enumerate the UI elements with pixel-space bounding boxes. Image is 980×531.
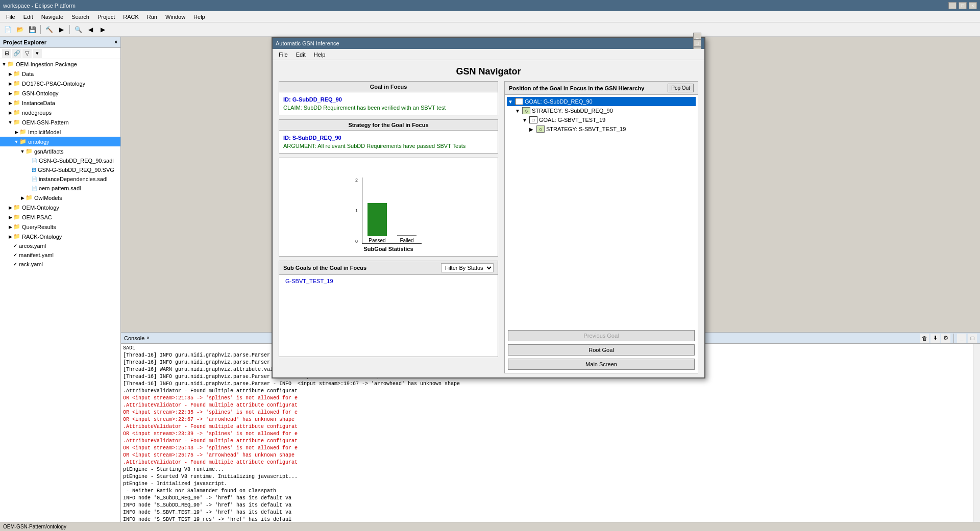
tree-item-oem-psac[interactable]: ▶ 📁 OEM-PSAC <box>0 212 120 222</box>
console-line: OR <input stream>:25:43 -> 'splines' is … <box>123 445 971 452</box>
tree-item-oem-gsn-pattern[interactable]: ▼ 📁 OEM-GSN-Pattern <box>0 117 120 127</box>
dialog-menu-help[interactable]: Help <box>310 50 330 59</box>
tree-toggle[interactable]: ▶ <box>7 100 13 106</box>
hier-item-strategy-sbvt[interactable]: ▶ ◇ STRATEGY: S-SBVT_TEST_19 <box>507 124 696 134</box>
window-controls: _ □ × <box>948 2 977 9</box>
maximize-button[interactable]: □ <box>959 2 967 9</box>
goal-in-focus-section: Goal in Focus ID: G-SubDD_REQ_90 CLAIM: … <box>279 81 498 115</box>
menu-navigate[interactable]: Navigate <box>37 13 67 21</box>
toolbar-back[interactable]: ◀ <box>85 24 96 35</box>
tree-item-rack-yaml[interactable]: ✔ rack.yaml <box>0 260 120 269</box>
folder-icon: 📁 <box>13 233 20 240</box>
subgoal-item-1[interactable]: G-SBVT_TEST_19 <box>283 277 494 285</box>
minimize-button[interactable]: _ <box>948 2 957 9</box>
dialog-menu-file[interactable]: File <box>275 50 292 59</box>
tree-toggle[interactable]: ▶ <box>7 110 13 115</box>
tree-toggle[interactable]: ▶ <box>7 224 13 230</box>
project-tree[interactable]: ▼ 📁 OEM-Ingestion-Package ▶ 📁 Data ▶ 📁 D… <box>0 59 120 531</box>
console-clear-btn[interactable]: 🗑 <box>920 334 929 343</box>
hier-item-goal-subdd[interactable]: ▼ □ GOAL: G-SubDD_REQ_90 <box>507 97 696 106</box>
tree-toggle[interactable]: ▶ <box>7 91 13 96</box>
tree-item-owl-models[interactable]: ▶ 📁 OwlModels <box>0 193 120 203</box>
dialog-title: Automatic GSN Inference <box>276 40 693 46</box>
menu-rack[interactable]: RACK <box>119 13 143 21</box>
root-goal-button[interactable]: Root Goal <box>508 344 695 356</box>
toolbar-new[interactable]: 📄 <box>2 24 13 35</box>
tree-toggle[interactable]: ▶ <box>7 81 13 86</box>
console-line: INFO node 'G_SubDD_REQ_90' -> 'href' has… <box>123 495 971 502</box>
menu-run[interactable]: Run <box>143 13 161 21</box>
tree-item-oem-ontology[interactable]: ▶ 📁 OEM-Ontology <box>0 203 120 212</box>
tree-toggle[interactable]: ▼ <box>1 62 7 67</box>
toolbar-save[interactable]: 💾 <box>27 24 38 35</box>
pop-out-button[interactable]: Pop Out <box>668 84 694 92</box>
tree-item-implicit-model[interactable]: ▶ 📁 ImplicitModel <box>0 127 120 137</box>
dialog-maximize[interactable]: □ <box>693 40 701 47</box>
menu-edit[interactable]: Edit <box>19 13 37 21</box>
tree-item-manifest-yaml[interactable]: ✔ manifest.yaml <box>0 250 120 260</box>
console-toolbar: 🗑 ⬇ ⚙ _ □ <box>920 334 977 343</box>
hier-item-strategy-subdd[interactable]: ▼ ◇ STRATEGY: S-SubDD_REQ_90 <box>507 106 696 115</box>
console-settings-btn[interactable]: ⚙ <box>941 334 950 343</box>
tree-item-query-results[interactable]: ▶ 📁 QueryResults <box>0 222 120 232</box>
console-minimize-btn[interactable]: _ <box>957 334 966 343</box>
tree-toggle[interactable]: ▼ <box>13 139 19 144</box>
tree-item-do178c[interactable]: ▶ 📁 DO178C-PSAC-Ontology <box>0 79 120 88</box>
hier-toggle[interactable]: ▶ <box>529 127 536 132</box>
tree-item-instance-dep[interactable]: 📄 instanceDependencies.sadl <box>0 174 120 184</box>
tree-toggle[interactable]: ▶ <box>13 130 19 135</box>
tree-toggle[interactable]: ▶ <box>7 215 13 220</box>
hier-toggle[interactable]: ▼ <box>515 108 522 114</box>
console-scrollbar[interactable] <box>973 344 980 531</box>
tree-toggle[interactable]: ▶ <box>7 205 13 210</box>
tree-item-gsn-ontology[interactable]: ▶ 📁 GSN-Ontology <box>0 88 120 98</box>
filter-button[interactable]: ▽ <box>22 49 32 58</box>
tree-item-arcos-yaml[interactable]: ✔ arcos.yaml <box>0 241 120 250</box>
view-menu-button[interactable]: ▾ <box>33 49 42 58</box>
console-scroll-btn[interactable]: ⬇ <box>930 334 940 343</box>
main-screen-button[interactable]: Main Screen <box>508 359 695 370</box>
close-button[interactable]: × <box>969 2 977 9</box>
link-with-editor-button[interactable]: 🔗 <box>12 49 21 58</box>
hier-item-goal-sbvt[interactable]: ▼ □ GOAL: G-SBVT_TEST_19 <box>507 115 696 124</box>
toolbar-forward[interactable]: ▶ <box>97 24 108 35</box>
tree-item-oem-ingestion[interactable]: ▼ 📁 OEM-Ingestion-Package <box>0 59 120 69</box>
tree-item-rack-ontology[interactable]: ▶ 📁 RACK-Ontology <box>0 232 120 241</box>
console-close[interactable]: × <box>146 335 150 341</box>
tree-item-data[interactable]: ▶ 📁 Data <box>0 69 120 79</box>
tree-item-ontology[interactable]: ▼ 📁 ontology <box>0 137 120 146</box>
menu-window[interactable]: Window <box>161 13 189 21</box>
tree-item-gsn-sadl[interactable]: 📄 GSN-G-SubDD_REQ_90.sadl <box>0 156 120 165</box>
previous-goal-button[interactable]: Previous Goal <box>508 330 695 341</box>
toolbar-search[interactable]: 🔍 <box>72 24 84 35</box>
hier-toggle[interactable]: ▼ <box>508 99 515 105</box>
tree-toggle[interactable]: ▼ <box>19 149 26 154</box>
collapse-all-button[interactable]: ⊟ <box>2 49 11 58</box>
tree-toggle[interactable]: ▶ <box>7 234 13 239</box>
tree-item-oem-pattern[interactable]: 📄 oem-pattern.sadl <box>0 184 120 193</box>
toolbar-run[interactable]: ▶ <box>56 24 67 35</box>
menu-help[interactable]: Help <box>189 13 209 21</box>
tree-item-gsn-artifacts[interactable]: ▼ 📁 gsnArtifacts <box>0 146 120 156</box>
menubar: File Edit Navigate Search Project RACK R… <box>0 11 980 22</box>
tree-toggle[interactable]: ▶ <box>7 71 13 77</box>
project-explorer-close[interactable]: × <box>114 39 117 45</box>
filter-status-select[interactable]: Filter By Status Passed Failed <box>441 263 494 272</box>
toolbar-open[interactable]: 📂 <box>14 24 26 35</box>
toolbar-build[interactable]: 🔨 <box>43 24 55 35</box>
tree-item-instance-data[interactable]: ▶ 📁 InstanceData <box>0 98 120 108</box>
console-maximize-btn[interactable]: □ <box>968 334 977 343</box>
menu-search[interactable]: Search <box>67 13 93 21</box>
tree-toggle[interactable]: ▶ <box>19 195 26 200</box>
menu-project[interactable]: Project <box>93 13 119 21</box>
menu-file[interactable]: File <box>2 13 19 21</box>
y-label-1: 1 <box>355 208 358 213</box>
tree-item-gsn-svg[interactable]: 🖼 GSN-G-SubDD_REQ_90.SVG <box>0 165 120 174</box>
console-line: - Neither Batik nor Salamander found on … <box>123 488 971 495</box>
tree-label: oem-pattern.sadl <box>39 185 81 191</box>
tree-item-nodegroups[interactable]: ▶ 📁 nodegroups <box>0 108 120 117</box>
hier-toggle[interactable]: ▼ <box>522 117 529 123</box>
dialog-menu-edit[interactable]: Edit <box>292 50 310 59</box>
tree-toggle[interactable]: ▼ <box>7 120 13 125</box>
dialog-minimize[interactable]: _ <box>693 33 701 40</box>
